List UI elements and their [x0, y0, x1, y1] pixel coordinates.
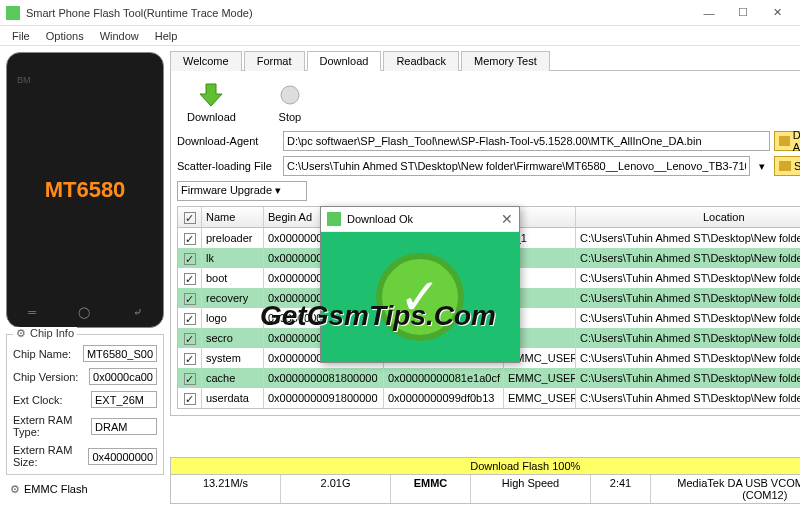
row-region: EMMC_USER — [504, 388, 576, 408]
status-speed: 13.21M/s — [171, 475, 281, 503]
row-checkbox[interactable] — [184, 273, 196, 285]
row-end: 0x00000000081e1a0cf — [384, 368, 504, 388]
col-check[interactable] — [178, 207, 202, 227]
menubar: File Options Window Help — [0, 26, 800, 46]
emmc-flash-label: ⚙EMMC Flash — [6, 481, 164, 498]
download-ok-dialog: Download Ok ✕ ✓ — [320, 206, 520, 363]
maximize-button[interactable]: ☐ — [726, 2, 760, 24]
status-storage: EMMC — [391, 475, 471, 503]
titlebar: Smart Phone Flash Tool(Runtime Trace Mod… — [0, 0, 800, 26]
chip-info-title: ⚙Chip Info — [13, 327, 77, 340]
row-location: C:\Users\Tuhin Ahmed ST\Desktop\New fold… — [576, 248, 800, 268]
stop-icon — [276, 81, 304, 109]
folder-icon — [779, 136, 790, 146]
status-bar: Download Flash 100% 13.21M/s 2.01G EMMC … — [170, 457, 800, 504]
tab-memory-test[interactable]: Memory Test — [461, 51, 550, 71]
chip-version-value[interactable]: 0x0000ca00 — [89, 368, 157, 385]
svg-point-1 — [281, 86, 299, 104]
ext-clock-value[interactable]: EXT_26M — [91, 391, 157, 408]
chip-name-label: Chip Name: — [13, 348, 83, 360]
ram-type-label: Extern RAM Type: — [13, 414, 91, 438]
row-checkbox[interactable] — [184, 233, 196, 245]
menu-help[interactable]: Help — [147, 28, 186, 44]
row-name: logo — [202, 308, 264, 328]
phone-bm: BM — [17, 75, 31, 85]
row-checkbox[interactable] — [184, 333, 196, 345]
download-agent-label: Download-Agent — [177, 135, 279, 147]
row-checkbox[interactable] — [184, 313, 196, 325]
row-location: C:\Users\Tuhin Ahmed ST\Desktop\New fold… — [576, 268, 800, 288]
tab-welcome[interactable]: Welcome — [170, 51, 242, 71]
close-button[interactable]: ✕ — [760, 2, 794, 24]
check-icon: ✓ — [399, 268, 441, 326]
table-row[interactable]: userdata0x00000000918000000x0000000099df… — [178, 388, 800, 408]
row-location: C:\Users\Tuhin Ahmed ST\Desktop\New fold… — [576, 348, 800, 368]
row-name: lk — [202, 248, 264, 268]
row-name: recovery — [202, 288, 264, 308]
row-checkbox[interactable] — [184, 253, 196, 265]
row-checkbox[interactable] — [184, 393, 196, 405]
ram-type-value[interactable]: DRAM — [91, 418, 157, 435]
row-location: C:\Users\Tuhin Ahmed ST\Desktop\New fold… — [576, 328, 800, 348]
firmware-mode-select[interactable]: Firmware Upgrade ▾ — [177, 181, 307, 201]
download-agent-input[interactable] — [283, 131, 770, 151]
dialog-icon — [327, 212, 341, 226]
row-checkbox[interactable] — [184, 373, 196, 385]
scatter-dropdown-icon[interactable]: ▾ — [754, 160, 770, 173]
gear-icon: ⚙ — [10, 483, 20, 495]
tab-download[interactable]: Download — [307, 51, 382, 71]
tab-format[interactable]: Format — [244, 51, 305, 71]
row-end: 0x0000000099df0b13 — [384, 388, 504, 408]
status-usb: High Speed — [471, 475, 591, 503]
menu-options[interactable]: Options — [38, 28, 92, 44]
dialog-title: Download Ok — [347, 213, 501, 225]
phone-softkeys: ═◯⤶ — [7, 306, 163, 319]
scatter-label: Scatter-loading File — [177, 160, 279, 172]
row-region: EMMC_USER — [504, 368, 576, 388]
stop-button[interactable]: Stop — [276, 81, 304, 123]
row-checkbox[interactable] — [184, 353, 196, 365]
phone-chip-label: MT6580 — [45, 177, 126, 203]
menu-file[interactable]: File — [4, 28, 38, 44]
tab-bar: Welcome Format Download Readback Memory … — [170, 50, 800, 71]
row-checkbox[interactable] — [184, 293, 196, 305]
download-button-label: Download — [187, 111, 236, 123]
scatter-loading-button[interactable]: Scatter-loading — [774, 156, 800, 176]
gear-icon: ⚙ — [16, 327, 26, 339]
col-name[interactable]: Name — [202, 207, 264, 227]
row-name: cache — [202, 368, 264, 388]
stop-button-label: Stop — [279, 111, 302, 123]
table-row[interactable]: cache0x00000000818000000x00000000081e1a0… — [178, 368, 800, 388]
download-agent-button[interactable]: Download Agent — [774, 131, 800, 151]
progress-bar: Download Flash 100% — [170, 457, 800, 474]
download-button[interactable]: Download — [187, 81, 236, 123]
minimize-button[interactable]: — — [692, 2, 726, 24]
col-location[interactable]: Location — [576, 207, 800, 227]
menu-window[interactable]: Window — [92, 28, 147, 44]
chip-name-value[interactable]: MT6580_S00 — [83, 345, 157, 362]
status-time: 2:41 — [591, 475, 651, 503]
ram-size-value[interactable]: 0x40000000 — [88, 448, 157, 465]
row-location: C:\Users\Tuhin Ahmed ST\Desktop\New fold… — [576, 228, 800, 248]
row-location: C:\Users\Tuhin Ahmed ST\Desktop\New fold… — [576, 288, 800, 308]
status-port: MediaTek DA USB VCOM (Android) (COM12) — [651, 475, 800, 503]
tab-readback[interactable]: Readback — [383, 51, 459, 71]
row-location: C:\Users\Tuhin Ahmed ST\Desktop\New fold… — [576, 368, 800, 388]
download-icon — [197, 81, 225, 109]
svg-marker-0 — [200, 84, 222, 106]
window-title: Smart Phone Flash Tool(Runtime Trace Mod… — [26, 7, 692, 19]
row-name: preloader — [202, 228, 264, 248]
dialog-close-button[interactable]: ✕ — [501, 211, 513, 227]
row-name: userdata — [202, 388, 264, 408]
row-name: boot — [202, 268, 264, 288]
scatter-input[interactable] — [283, 156, 750, 176]
ram-size-label: Extern RAM Size: — [13, 444, 88, 468]
phone-preview: BM MT6580 ═◯⤶ — [6, 52, 164, 328]
app-icon — [6, 6, 20, 20]
row-location: C:\Users\Tuhin Ahmed ST\Desktop\New fold… — [576, 308, 800, 328]
row-location: C:\Users\Tuhin Ahmed ST\Desktop\New fold… — [576, 388, 800, 408]
row-begin: 0x0000000081800000 — [264, 368, 384, 388]
row-name: system — [202, 348, 264, 368]
chip-info-panel: ⚙Chip Info Chip Name:MT6580_S00 Chip Ver… — [6, 334, 164, 475]
chip-version-label: Chip Version: — [13, 371, 89, 383]
